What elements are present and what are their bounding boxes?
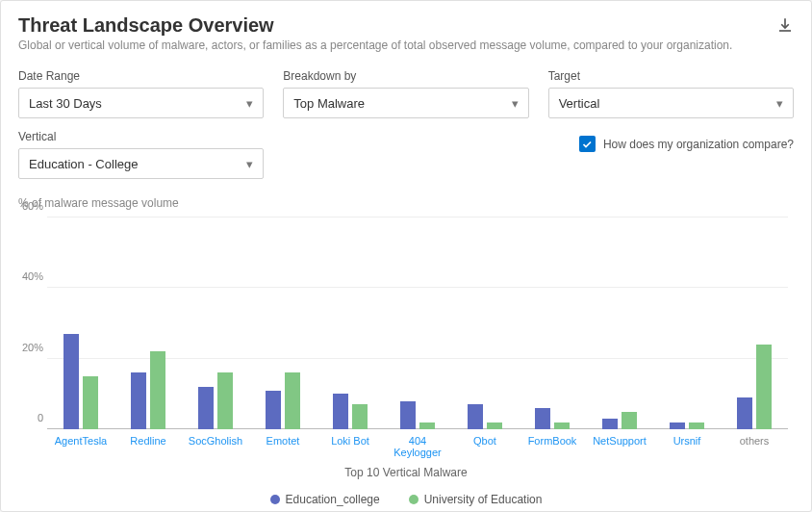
chevron-down-icon: ▾ [776, 96, 783, 111]
y-tick: 0 [18, 412, 43, 423]
bar[interactable] [670, 422, 685, 429]
x-label[interactable]: Redline [114, 435, 182, 458]
bar[interactable] [63, 334, 79, 429]
bar[interactable] [487, 422, 502, 429]
bar[interactable] [468, 404, 483, 429]
target-control: Target Vertical ▾ [548, 69, 794, 118]
x-label[interactable]: SocGholish [182, 435, 249, 458]
chart-legend: Education_collegeUniversity of Education [18, 493, 794, 506]
bar[interactable] [689, 422, 704, 429]
chart-xlabels: AgentTeslaRedlineSocGholishEmotetLoki Bo… [47, 435, 788, 458]
x-label[interactable]: FormBook [519, 435, 586, 458]
bar-group [182, 218, 249, 429]
chart-area: % of malware message volume 020%40%60% A… [18, 196, 794, 506]
legend-swatch [270, 495, 280, 504]
bar[interactable] [535, 408, 550, 429]
x-label: others [721, 435, 788, 458]
controls-row-1: Date Range Last 30 Days ▾ Breakdown by T… [18, 69, 794, 118]
vertical-label: Vertical [18, 130, 264, 143]
bar[interactable] [217, 372, 233, 429]
y-tick: 20% [18, 342, 43, 353]
chevron-down-icon: ▾ [246, 96, 253, 111]
bar[interactable] [198, 387, 214, 429]
bar[interactable] [400, 401, 416, 429]
x-label[interactable]: Ursnif [653, 435, 721, 458]
legend-item[interactable]: University of Education [409, 493, 543, 506]
compare-checkbox[interactable] [579, 136, 596, 152]
threat-landscape-card: Threat Landscape Overview Global or vert… [0, 0, 812, 512]
x-label[interactable]: NetSupport [586, 435, 653, 458]
x-label[interactable]: 404 Keylogger [384, 435, 451, 458]
vertical-value: Education - College [29, 157, 138, 171]
compare-label: How does my organization compare? [603, 138, 794, 151]
bar-group [451, 218, 519, 429]
bar[interactable] [419, 422, 435, 429]
chart-ylabel: % of malware message volume [18, 196, 794, 210]
header-text: Threat Landscape Overview Global or vert… [18, 14, 732, 52]
y-tick: 40% [18, 270, 43, 282]
download-icon[interactable] [776, 14, 794, 38]
bar-group [114, 218, 182, 429]
bar[interactable] [150, 351, 165, 429]
x-label[interactable]: Emotet [249, 435, 317, 458]
bar[interactable] [333, 394, 348, 429]
page-subtitle: Global or vertical volume of malware, ac… [18, 38, 732, 52]
chart-plot: 020%40%60% [47, 218, 788, 429]
bar-group [317, 218, 384, 429]
vertical-control: Vertical Education - College ▾ [18, 130, 264, 179]
target-label: Target [548, 69, 794, 83]
bar-group [721, 218, 788, 429]
bar[interactable] [737, 397, 752, 429]
breakdown-value: Top Malware [293, 96, 365, 111]
breakdown-control: Breakdown by Top Malware ▾ [283, 69, 528, 118]
bar[interactable] [622, 412, 637, 429]
date-range-control: Date Range Last 30 Days ▾ [18, 69, 264, 118]
target-select[interactable]: Vertical ▾ [548, 88, 794, 118]
legend-item[interactable]: Education_college [270, 493, 380, 506]
target-value: Vertical [559, 96, 600, 111]
date-range-label: Date Range [18, 69, 264, 83]
breakdown-select[interactable]: Top Malware ▾ [283, 88, 528, 118]
vertical-select[interactable]: Education - College ▾ [18, 148, 264, 179]
bar[interactable] [352, 404, 368, 429]
header-row: Threat Landscape Overview Global or vert… [18, 14, 794, 52]
bar-group [249, 218, 317, 429]
bar-group [47, 218, 114, 429]
breakdown-label: Breakdown by [283, 69, 528, 83]
legend-swatch [409, 495, 419, 504]
chevron-down-icon: ▾ [246, 157, 253, 171]
bar[interactable] [554, 422, 570, 429]
bar[interactable] [266, 391, 281, 429]
legend-label: Education_college [286, 493, 380, 506]
bar[interactable] [131, 372, 146, 429]
bar[interactable] [285, 372, 300, 429]
y-tick: 60% [18, 200, 43, 212]
x-label[interactable]: AgentTesla [47, 435, 114, 458]
date-range-select[interactable]: Last 30 Days ▾ [18, 88, 264, 118]
date-range-value: Last 30 Days [29, 96, 102, 111]
chevron-down-icon: ▾ [512, 96, 519, 111]
bar[interactable] [83, 376, 98, 429]
bar-group [519, 218, 586, 429]
bar[interactable] [602, 419, 618, 429]
legend-label: University of Education [424, 493, 543, 506]
bars-row [47, 218, 788, 429]
page-title: Threat Landscape Overview [18, 14, 732, 37]
bar-group [653, 218, 721, 429]
compare-row: How does my organization compare? [283, 130, 794, 152]
x-label[interactable]: Qbot [451, 435, 519, 458]
chart-title: Top 10 Vertical Malware [18, 466, 794, 479]
bar-group [384, 218, 451, 429]
bar[interactable] [756, 345, 772, 429]
x-label[interactable]: Loki Bot [317, 435, 384, 458]
bar-group [586, 218, 653, 429]
controls-row-2: Vertical Education - College ▾ How does … [18, 130, 794, 179]
